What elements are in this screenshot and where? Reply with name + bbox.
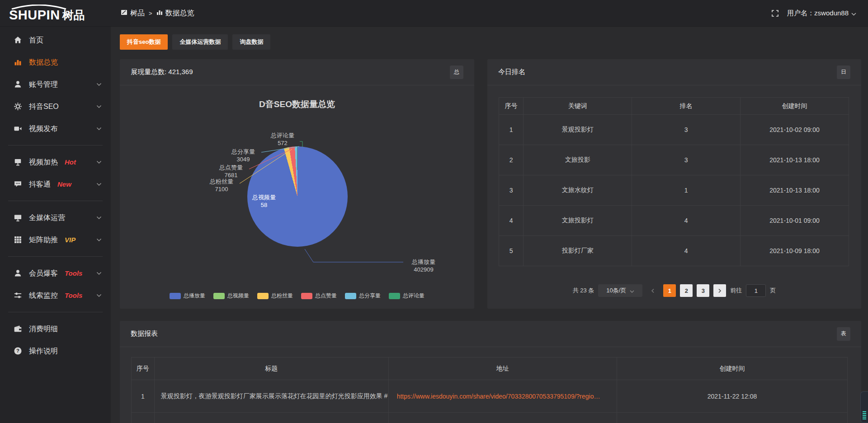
pie-label-likes: 总点赞量 7681 bbox=[214, 164, 248, 179]
chevron-down-icon bbox=[96, 127, 102, 131]
legend-swatch bbox=[257, 293, 269, 299]
sidebar-item-label: 账号管理 bbox=[29, 81, 58, 88]
daily-view-button[interactable]: 日 bbox=[837, 66, 850, 79]
sidebar-item-label: 首页 bbox=[29, 37, 43, 44]
tab-inquiry-data[interactable]: 询盘数据 bbox=[232, 34, 270, 50]
vip-badge: VIP bbox=[65, 236, 75, 244]
new-badge: New bbox=[57, 180, 71, 188]
sidebar-item-label: 线索监控 bbox=[29, 292, 58, 299]
legend-item-comments[interactable]: 总评论量 bbox=[389, 292, 425, 300]
page-button-3[interactable]: 3 bbox=[697, 284, 709, 297]
table-header-row: 序号 关键词 排名 创建时间 bbox=[499, 98, 849, 115]
legend-swatch bbox=[170, 293, 181, 299]
legend-swatch bbox=[213, 293, 225, 299]
fullscreen-icon[interactable] bbox=[771, 9, 779, 17]
table-row: 1景观投影灯32021-10-02 09:00 bbox=[499, 115, 849, 145]
sidebar-item-data-overview[interactable]: 数据总览 bbox=[0, 51, 111, 73]
sidebar-item-account[interactable]: 账号管理 bbox=[0, 73, 111, 95]
ranking-table: 序号 关键词 排名 创建时间 1景观投影灯32021-10-02 09:00 2… bbox=[499, 97, 849, 266]
breadcrumb-separator: > bbox=[149, 10, 152, 17]
breadcrumb-root[interactable]: 树品 bbox=[121, 9, 145, 18]
tab-douyin-seo-data[interactable]: 抖音seo数据 bbox=[120, 34, 168, 50]
report-card-title: 数据报表 bbox=[131, 329, 158, 338]
legend-item-shares[interactable]: 总分享量 bbox=[345, 292, 381, 300]
sidebar-divider bbox=[8, 256, 103, 257]
sidebar-item-label: 消费明细 bbox=[29, 325, 58, 333]
chevron-down-icon bbox=[96, 238, 102, 242]
sliders-icon bbox=[14, 291, 22, 300]
tab-omni-media-data[interactable]: 全媒体运营数据 bbox=[172, 34, 228, 50]
impressions-card-header: 展现量总数: 421,369 总 bbox=[120, 59, 474, 85]
main-content: 抖音seo数据 全媒体运营数据 询盘数据 展现量总数: 421,369 总 D音… bbox=[111, 27, 868, 423]
goto-page-input[interactable] bbox=[746, 284, 766, 297]
contact-float-widget[interactable] bbox=[860, 391, 868, 423]
table-row: 1 景观投影灯，夜游景观投影灯厂家展示展示落花灯在花园里的灯光投影应用效果 # … bbox=[132, 380, 848, 413]
sidebar-item-matrix-boost[interactable]: 矩阵助推 VIP bbox=[0, 229, 111, 251]
bar-chart-icon bbox=[156, 9, 163, 17]
widget-dash bbox=[863, 417, 866, 418]
legend-item-videos[interactable]: 总视频量 bbox=[213, 292, 249, 300]
legend-item-fans[interactable]: 总粉丝量 bbox=[257, 292, 293, 300]
data-report-card: 数据报表 表 序号 标题 地址 创建时间 1 景观投影灯，夜游景观投影灯 bbox=[120, 321, 861, 423]
sidebar-item-douketong[interactable]: 抖客通 New bbox=[0, 173, 111, 195]
goto-label: 前往 bbox=[730, 287, 742, 295]
chevron-down-icon bbox=[96, 294, 102, 297]
sidebar-item-omni-media[interactable]: 全媒体运营 bbox=[0, 207, 111, 229]
page-button-1[interactable]: 1 bbox=[663, 284, 676, 297]
sidebar-item-member-burst[interactable]: 会员爆客 Tools bbox=[0, 262, 111, 284]
video-link[interactable]: https://www.iesdouyin.com/share/video/70… bbox=[397, 393, 600, 400]
app-window: SHUPIN 树品 树品 > 数据总览 用户名：zswo bbox=[0, 0, 868, 423]
table-row bbox=[132, 413, 848, 423]
legend-swatch bbox=[345, 293, 356, 299]
sidebar-item-label: 数据总览 bbox=[29, 59, 58, 66]
chevron-down-icon bbox=[96, 105, 102, 108]
sidebar-item-clue-monitor[interactable]: 线索监控 Tools bbox=[0, 284, 111, 306]
data-tabs: 抖音seo数据 全媒体运营数据 询盘数据 bbox=[120, 34, 270, 50]
pie-chart-title: D音SEO数据量总览 bbox=[120, 99, 474, 110]
report-row-title: 景观投影灯，夜游景观投影灯厂家展示展示落花灯在花园里的灯光投影应用效果 # bbox=[154, 380, 388, 413]
user-icon bbox=[14, 80, 22, 89]
column-header-index: 序号 bbox=[132, 357, 155, 380]
legend-item-plays[interactable]: 总播放量 bbox=[170, 292, 205, 300]
sidebar-divider bbox=[8, 145, 103, 146]
screen-board-icon bbox=[14, 158, 22, 166]
chevron-down-icon bbox=[96, 272, 102, 275]
ranking-card-title: 今日排名 bbox=[498, 68, 525, 76]
table-header-row: 序号 标题 地址 创建时间 bbox=[132, 357, 848, 380]
sidebar-divider bbox=[8, 312, 103, 312]
sidebar-item-video-heat[interactable]: 视频加热 Hot bbox=[0, 151, 111, 173]
home-icon bbox=[14, 36, 22, 44]
hot-badge: Hot bbox=[65, 158, 76, 166]
sidebar-item-video-publish[interactable]: 视频发布 bbox=[0, 118, 111, 140]
sidebar-item-label: 全媒体运营 bbox=[29, 214, 65, 221]
tools-badge: Tools bbox=[65, 269, 82, 277]
topbar-right: 用户名：zswodun88 bbox=[771, 9, 868, 18]
user-menu[interactable]: 用户名：zswodun88 bbox=[787, 9, 856, 18]
sidebar-item-consumption[interactable]: 消费明细 bbox=[0, 318, 111, 340]
column-header-created: 创建时间 bbox=[617, 357, 847, 380]
prev-page-button[interactable] bbox=[646, 284, 659, 297]
sidebar-item-home[interactable]: 首页 bbox=[0, 29, 111, 51]
pie-label-fans: 总粉丝量 7100 bbox=[204, 178, 239, 193]
widget-dash bbox=[863, 413, 866, 414]
chart-icon bbox=[14, 58, 22, 66]
table-view-button[interactable]: 表 bbox=[837, 327, 850, 341]
legend-item-likes[interactable]: 总点赞量 bbox=[301, 292, 337, 300]
next-page-button[interactable] bbox=[713, 284, 726, 297]
monitor-icon bbox=[14, 213, 22, 222]
person-icon bbox=[14, 269, 22, 277]
top-bar: SHUPIN 树品 树品 > 数据总览 用户名：zswo bbox=[0, 0, 868, 27]
svg-text:?: ? bbox=[16, 348, 19, 353]
sidebar-item-instructions[interactable]: ? 操作说明 bbox=[0, 340, 111, 362]
total-view-button[interactable]: 总 bbox=[450, 66, 463, 79]
report-table: 序号 标题 地址 创建时间 1 景观投影灯，夜游景观投影灯厂家展示展示落花灯在花… bbox=[131, 357, 848, 423]
column-header-url: 地址 bbox=[388, 357, 617, 380]
gear-icon bbox=[14, 102, 22, 111]
page-button-2[interactable]: 2 bbox=[680, 284, 693, 297]
impressions-card: 展现量总数: 421,369 总 D音SEO数据量总览 总评论量 572 总分享… bbox=[120, 59, 474, 309]
page-size-select[interactable]: 10条/页 bbox=[598, 284, 642, 297]
sidebar-item-douyin-seo[interactable]: 抖音SEO bbox=[0, 95, 111, 118]
logo-arc-icon bbox=[10, 3, 68, 11]
pie-label-comments: 总评论量 572 bbox=[265, 132, 300, 147]
column-header-created: 创建时间 bbox=[741, 98, 849, 115]
